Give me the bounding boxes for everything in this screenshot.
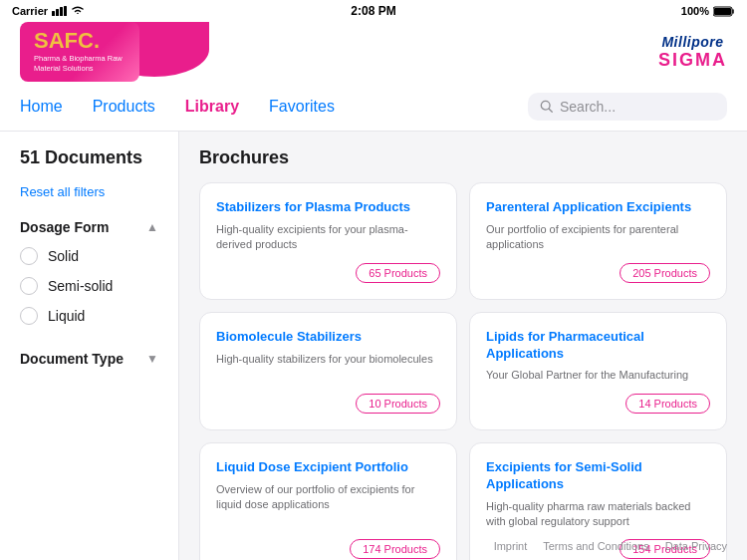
- status-time: 2:08 PM: [351, 4, 395, 18]
- solid-label: Solid: [48, 248, 79, 264]
- radio-liquid: [20, 307, 38, 325]
- search-container[interactable]: Search...: [528, 93, 727, 121]
- card-0-footer: 65 Products: [216, 263, 440, 283]
- card-0-badge[interactable]: 65 Products: [356, 263, 440, 283]
- footer-imprint[interactable]: Imprint: [494, 540, 528, 552]
- reset-filters-button[interactable]: Reset all filters: [16, 184, 162, 199]
- footer: Imprint Terms and Conditions Data Privac…: [474, 532, 747, 560]
- nav-links: Home Products Library Favorites: [20, 98, 335, 116]
- radio-semi-solid: [20, 277, 38, 295]
- card-1[interactable]: Parenteral Application Excipients Our po…: [469, 182, 727, 300]
- status-right: 100%: [681, 5, 735, 17]
- search-icon: [540, 100, 554, 114]
- card-4-title: Liquid Dose Excipient Portfolio: [216, 459, 440, 476]
- svg-rect-3: [64, 6, 67, 16]
- dosage-form-chevron: ▲: [146, 220, 158, 234]
- millipore-logo: Millipore SiGma: [658, 34, 727, 71]
- search-placeholder: Search...: [560, 99, 616, 115]
- dosage-form-label: Dosage Form: [20, 219, 109, 235]
- card-2[interactable]: Biomolecule Stabilizers High-quality sta…: [199, 312, 457, 430]
- card-4-footer: 174 Products: [216, 539, 440, 559]
- svg-rect-1: [56, 9, 59, 16]
- card-3-badge[interactable]: 14 Products: [625, 394, 710, 414]
- card-5-title: Excipients for Semi-Solid Applications: [486, 459, 710, 493]
- sigma-text: SiGma: [658, 50, 727, 71]
- nav-favorites[interactable]: Favorites: [269, 98, 335, 116]
- nav-library[interactable]: Library: [185, 98, 239, 116]
- filter-semi-solid[interactable]: Semi-solid: [16, 271, 162, 301]
- card-4[interactable]: Liquid Dose Excipient Portfolio Overview…: [199, 442, 457, 560]
- section-title: Brochures: [199, 147, 727, 168]
- signal-icon: [52, 6, 68, 16]
- filter-solid[interactable]: Solid: [16, 241, 162, 271]
- safc-name: SAFC.: [34, 30, 125, 52]
- nav-home[interactable]: Home: [20, 98, 63, 116]
- card-1-desc: Our portfolio of excipients for parenter…: [486, 222, 710, 253]
- card-4-badge[interactable]: 174 Products: [350, 539, 440, 559]
- card-1-title: Parenteral Application Excipients: [486, 199, 710, 216]
- document-type-filter: Document Type ▼: [16, 345, 162, 373]
- card-2-title: Biomolecule Stabilizers: [216, 329, 440, 346]
- main-content: 51 Documents Reset all filters Dosage Fo…: [0, 132, 747, 560]
- dosage-form-filter: Dosage Form ▲ Solid Semi-solid Liquid: [16, 213, 162, 331]
- document-type-header[interactable]: Document Type ▼: [16, 345, 162, 373]
- card-0[interactable]: Stabilizers for Plasma Products High-qua…: [199, 182, 457, 300]
- card-3[interactable]: Lipids for Pharmaceutical Applications Y…: [469, 312, 727, 430]
- header: SAFC. Pharma & Biopharma RawMaterial Sol…: [0, 22, 747, 82]
- nav-bar: Home Products Library Favorites Search..…: [0, 82, 747, 132]
- status-bar: Carrier 2:08 PM 100%: [0, 0, 747, 22]
- card-3-title: Lipids for Pharmaceutical Applications: [486, 329, 710, 363]
- filter-liquid[interactable]: Liquid: [16, 301, 162, 331]
- cards-grid: Stabilizers for Plasma Products High-qua…: [199, 182, 727, 560]
- sidebar: 51 Documents Reset all filters Dosage Fo…: [0, 132, 179, 560]
- card-5-desc: High-quality pharma raw materials backed…: [486, 499, 710, 530]
- semi-solid-label: Semi-solid: [48, 278, 113, 294]
- radio-solid: [20, 247, 38, 265]
- millipore-text: Millipore: [661, 34, 723, 50]
- card-1-footer: 205 Products: [486, 263, 710, 283]
- footer-terms[interactable]: Terms and Conditions: [543, 540, 648, 552]
- card-2-footer: 10 Products: [216, 394, 440, 414]
- document-type-label: Document Type: [20, 351, 124, 367]
- dosage-form-header[interactable]: Dosage Form ▲: [16, 213, 162, 241]
- document-type-chevron: ▼: [146, 352, 158, 366]
- card-3-footer: 14 Products: [486, 394, 710, 414]
- liquid-label: Liquid: [48, 308, 85, 324]
- safc-subtitle: Pharma & Biopharma RawMaterial Solutions: [34, 54, 125, 74]
- document-count: 51 Documents: [16, 147, 162, 168]
- card-2-badge[interactable]: 10 Products: [356, 394, 440, 414]
- svg-rect-5: [714, 8, 731, 15]
- card-0-desc: High-quality excipients for your plasma-…: [216, 222, 440, 253]
- card-0-title: Stabilizers for Plasma Products: [216, 199, 440, 216]
- content-area: Brochures Stabilizers for Plasma Product…: [179, 132, 747, 560]
- carrier-label: Carrier: [12, 5, 48, 17]
- card-2-desc: High-quality stabilizers for your biomol…: [216, 352, 440, 367]
- svg-rect-0: [52, 11, 55, 16]
- safc-logo: SAFC. Pharma & Biopharma RawMaterial Sol…: [20, 22, 139, 82]
- svg-rect-2: [60, 7, 63, 16]
- battery-label: 100%: [681, 5, 709, 17]
- wifi-icon: [72, 6, 84, 16]
- nav-products[interactable]: Products: [93, 98, 155, 116]
- battery-icon: [713, 6, 735, 17]
- card-1-badge[interactable]: 205 Products: [620, 263, 710, 283]
- status-left: Carrier: [12, 5, 84, 17]
- svg-line-7: [549, 109, 552, 112]
- footer-privacy[interactable]: Data Privacy: [665, 540, 727, 552]
- card-4-desc: Overview of our portfolio of excipients …: [216, 482, 440, 513]
- card-3-desc: Your Global Partner for the Manufacturin…: [486, 368, 710, 383]
